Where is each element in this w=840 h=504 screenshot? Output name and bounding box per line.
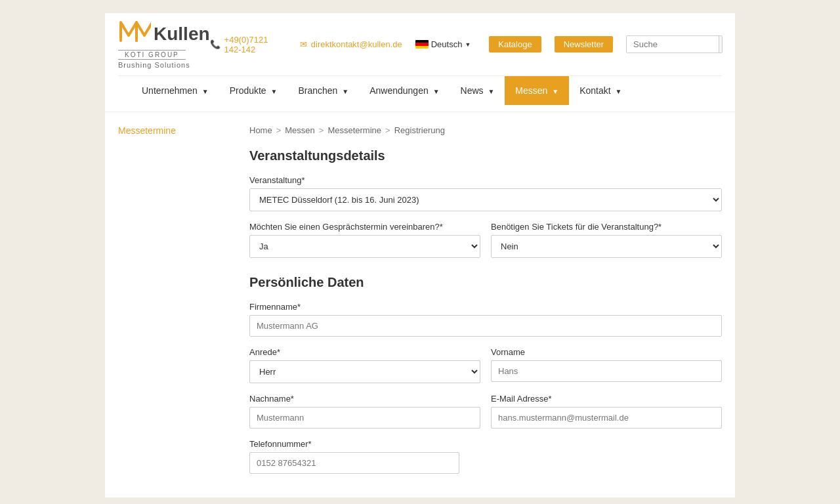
- chevron-down-icon: ▼: [488, 88, 494, 95]
- chevron-down-icon: ▼: [342, 88, 348, 95]
- nav-item-unternehmen[interactable]: Unternehmen ▼: [131, 76, 219, 105]
- breadcrumb-messetermine[interactable]: Messetermine: [327, 125, 381, 135]
- email-link[interactable]: direktkontakt@kullen.de: [311, 39, 402, 49]
- nav-link-kontakt[interactable]: Kontakt ▼: [569, 76, 632, 105]
- header-right: 📞 +49(0)7121 142-142 ✉ direktkontakt@kul…: [210, 35, 723, 54]
- sidebar: Messetermine: [118, 125, 236, 484]
- lang-label: Deutsch: [431, 39, 463, 49]
- breadcrumb-sep-1: >: [276, 125, 282, 135]
- email-contact: ✉ direktkontakt@kullen.de: [300, 39, 402, 49]
- form-row-nachname-email: Nachname* E-Mail Adresse*: [249, 394, 722, 439]
- nav-link-messen[interactable]: Messen ▼: [505, 76, 569, 105]
- logo-m-icon: [118, 20, 151, 49]
- nachname-group: Nachname*: [249, 394, 480, 429]
- nav-item-branchen[interactable]: Branchen ▼: [287, 76, 359, 105]
- veranstaltung-select[interactable]: METEC Düsseldorf (12. bis 16. Juni 2023): [249, 188, 722, 211]
- meeting-label: Möchten Sie einen Gesprächstermin verein…: [249, 222, 480, 232]
- vorname-group: Vorname: [491, 347, 722, 382]
- nav-link-news[interactable]: News ▼: [450, 76, 505, 105]
- nav-link-unternehmen[interactable]: Unternehmen ▼: [131, 76, 219, 105]
- nachname-input[interactable]: [249, 407, 480, 429]
- firmenname-input[interactable]: [249, 315, 722, 337]
- nav-link-produkte[interactable]: Produkte ▼: [219, 76, 288, 105]
- vorname-label: Vorname: [491, 347, 722, 357]
- breadcrumb-current: Registrierung: [394, 125, 445, 135]
- breadcrumb-sep-2: >: [319, 125, 324, 135]
- form-row-meeting-tickets: Möchten Sie einen Gesprächstermin verein…: [249, 222, 722, 268]
- email-input[interactable]: [491, 407, 722, 429]
- anrede-select[interactable]: Herr Frau: [249, 360, 480, 383]
- breadcrumb: Home > Messen > Messetermine > Registrie…: [249, 125, 722, 135]
- nav-link-branchen[interactable]: Branchen ▼: [287, 76, 359, 105]
- contact-row: 📞 +49(0)7121 142-142 ✉ direktkontakt@kul…: [210, 35, 723, 54]
- main-content: Home > Messen > Messetermine > Registrie…: [249, 125, 722, 484]
- telefon-input[interactable]: [249, 452, 459, 474]
- vorname-col: Vorname: [491, 347, 722, 394]
- chevron-down-icon: ▼: [271, 88, 278, 95]
- meeting-group: Möchten Sie einen Gesprächstermin verein…: [249, 222, 480, 258]
- nav-item-produkte[interactable]: Produkte ▼: [219, 76, 288, 105]
- nachname-label: Nachname*: [249, 394, 480, 404]
- meeting-col: Möchten Sie einen Gesprächstermin verein…: [249, 222, 480, 268]
- section2-title: Persönliche Daten: [249, 275, 722, 290]
- chevron-down-icon: ▼: [616, 88, 622, 95]
- search-input[interactable]: [627, 36, 719, 52]
- sidebar-item-messetermine[interactable]: Messetermine: [118, 125, 176, 136]
- phone-icon: 📞: [210, 39, 220, 49]
- section1-title: Veranstaltungsdetails: [249, 148, 722, 163]
- nav-item-messen[interactable]: Messen ▼: [505, 76, 569, 105]
- firmenname-label: Firmenname*: [249, 302, 722, 312]
- veranstaltung-label: Veranstaltung*: [249, 175, 722, 185]
- kataloge-button[interactable]: Kataloge: [489, 36, 541, 52]
- logo-koti-text: KOTI GROUP: [118, 50, 186, 60]
- anrede-group: Anrede* Herr Frau: [249, 347, 480, 383]
- vorname-input[interactable]: [491, 360, 722, 382]
- chevron-down-icon: ▼: [202, 88, 209, 95]
- chevron-down-icon: ▼: [552, 88, 558, 95]
- telefon-label: Telefonnummer*: [249, 439, 459, 449]
- tickets-col: Benötigen Sie Tickets für die Veranstalt…: [491, 222, 722, 268]
- email-label: E-Mail Adresse*: [491, 394, 722, 404]
- search-box: 🔍: [626, 35, 723, 53]
- nav-item-news[interactable]: News ▼: [450, 76, 505, 105]
- anrede-label: Anrede*: [249, 347, 480, 357]
- nav-link-anwendungen[interactable]: Anwendungen ▼: [359, 76, 450, 105]
- breadcrumb-home[interactable]: Home: [249, 125, 272, 135]
- newsletter-button[interactable]: Newsletter: [555, 36, 613, 52]
- tickets-select[interactable]: Nein Ja: [491, 235, 722, 258]
- logo: Kullen KOTI GROUP Brushing Solutions: [118, 20, 210, 69]
- form-row-anrede-vorname: Anrede* Herr Frau Vorname: [249, 347, 722, 394]
- language-selector[interactable]: Deutsch ▼: [415, 39, 471, 49]
- chevron-down-icon: ▼: [465, 41, 471, 48]
- logo-kullen-text: Kullen: [154, 24, 210, 45]
- logo-brushing-text: Brushing Solutions: [118, 61, 190, 69]
- tickets-label: Benötigen Sie Tickets für die Veranstalt…: [491, 222, 722, 232]
- meeting-select[interactable]: Ja Nein: [249, 235, 480, 258]
- veranstaltung-group: Veranstaltung* METEC Düsseldorf (12. bis…: [249, 175, 722, 211]
- breadcrumb-messen[interactable]: Messen: [285, 125, 315, 135]
- anrede-col: Anrede* Herr Frau: [249, 347, 480, 394]
- main-nav: Unternehmen ▼ Produkte ▼ Branchen ▼ Anwe…: [118, 75, 722, 105]
- email-col: E-Mail Adresse*: [491, 394, 722, 439]
- phone-link[interactable]: +49(0)7121 142-142: [224, 35, 287, 54]
- nav-item-anwendungen[interactable]: Anwendungen ▼: [359, 76, 450, 105]
- email-icon: ✉: [300, 39, 307, 49]
- breadcrumb-sep-3: >: [385, 125, 390, 135]
- flag-de-icon: [415, 40, 429, 49]
- email-group: E-Mail Adresse*: [491, 394, 722, 429]
- firmenname-group: Firmenname*: [249, 302, 722, 337]
- nachname-col: Nachname*: [249, 394, 480, 439]
- phone-contact: 📞 +49(0)7121 142-142: [210, 35, 287, 54]
- chevron-down-icon: ▼: [433, 88, 440, 95]
- search-button[interactable]: 🔍: [719, 36, 723, 52]
- nav-item-kontakt[interactable]: Kontakt ▼: [569, 76, 632, 105]
- telefon-group: Telefonnummer*: [249, 439, 459, 474]
- tickets-group: Benötigen Sie Tickets für die Veranstalt…: [491, 222, 722, 258]
